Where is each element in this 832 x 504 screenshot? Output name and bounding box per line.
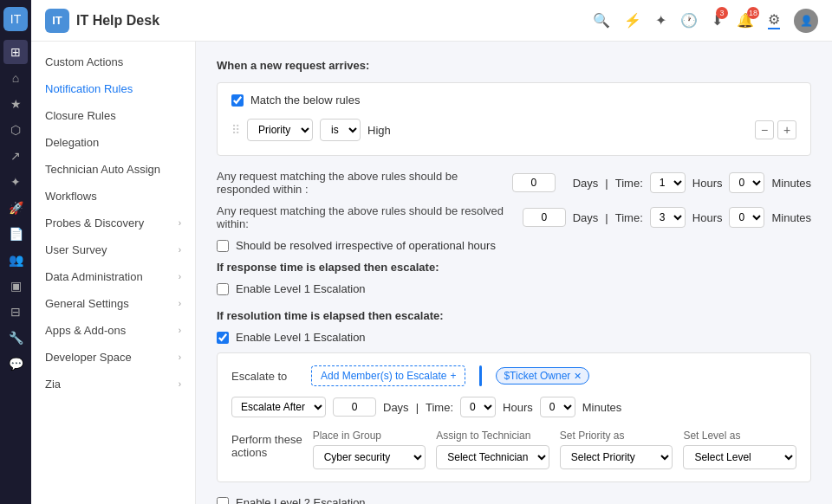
response-escalate-section: If response time is elapsed then escalat… xyxy=(217,261,811,295)
plus-icon: + xyxy=(450,370,456,382)
sidebar-item-probes-discovery[interactable]: Probes & Discovery › xyxy=(31,210,195,236)
remove-rule-button[interactable]: − xyxy=(755,120,774,139)
enable-level1-response-label: Enable Level 1 Escalation xyxy=(236,282,366,295)
resolve-label: Any request matching the above rules sho… xyxy=(217,204,516,230)
sidebar-item-apps-addons[interactable]: Apps & Add-ons › xyxy=(31,317,195,344)
minutes-label1: Minutes xyxy=(771,177,811,190)
resolve-days-input[interactable] xyxy=(523,208,566,227)
settings-button[interactable]: ⚙ xyxy=(768,11,780,29)
escalate-after-days-input[interactable] xyxy=(333,397,376,417)
nav-icon-tag[interactable]: ⬡ xyxy=(3,118,28,142)
resolve-time-row: Any request matching the above rules sho… xyxy=(217,204,811,230)
level-checkboxes: Enable Level 2 Escalation Enable Level 3… xyxy=(217,496,811,504)
download-button[interactable]: ⬇ 3 xyxy=(712,12,723,29)
download-badge: 3 xyxy=(716,7,728,19)
enable-level1-response-checkbox[interactable] xyxy=(217,283,229,295)
operational-checkbox[interactable] xyxy=(217,240,229,252)
nav-icon-box[interactable]: ▣ xyxy=(3,274,28,298)
nav-icon-route[interactable]: ↗ xyxy=(3,144,28,168)
rule-value-high: High xyxy=(367,124,391,137)
hours-label1: Hours xyxy=(692,177,723,190)
days-label2: Days xyxy=(573,211,599,224)
history-button[interactable]: 🕐 xyxy=(680,12,698,29)
respond-minutes-select[interactable]: 0 xyxy=(729,172,764,193)
respond-days-input[interactable] xyxy=(512,173,556,192)
escalate-details-box: Escalate to Add Member(s) to Escalate + … xyxy=(217,352,811,482)
nav-icon-rocket[interactable]: 🚀 xyxy=(3,196,28,220)
sidebar-item-developer-space[interactable]: Developer Space › xyxy=(31,344,195,371)
header-logo: IT xyxy=(45,9,69,33)
sidebar-item-user-survey[interactable]: User Survey › xyxy=(31,236,195,263)
set-priority-select[interactable]: Select Priority xyxy=(560,445,673,469)
escalate-minutes-select[interactable]: 0 xyxy=(540,397,575,417)
resolve-minutes-select[interactable]: 0 xyxy=(729,207,764,228)
nav-icon-star[interactable]: ★ xyxy=(3,92,28,116)
assign-technician-col: Assign to Technician Select Technician xyxy=(436,430,549,469)
app-logo[interactable]: IT xyxy=(3,7,28,31)
priority-rule-row: ⠿ Priority is High − + xyxy=(231,115,796,145)
chevron-right-icon: › xyxy=(179,218,181,228)
search-button[interactable]: 🔍 xyxy=(593,12,610,29)
add-rule-button[interactable]: + xyxy=(777,120,796,139)
is-operator-select[interactable]: is xyxy=(320,119,361,141)
user-avatar[interactable]: 👤 xyxy=(794,9,818,33)
hours-label2: Hours xyxy=(692,211,723,224)
add-member-button[interactable]: Add Member(s) to Escalate + xyxy=(311,365,465,386)
nav-icon-docs[interactable]: 📄 xyxy=(3,222,28,246)
set-priority-col: Set Priority as Select Priority xyxy=(560,430,673,469)
nav-icon-puzzle[interactable]: ✦ xyxy=(3,170,28,194)
chevron-right-icon: › xyxy=(179,379,181,389)
enable-level1-response-row: Enable Level 1 Escalation xyxy=(217,282,811,295)
set-level-col: Set Level as Select Level xyxy=(683,430,796,469)
chevron-right-icon: › xyxy=(179,352,181,362)
nav-icon-grid2[interactable]: ⊟ xyxy=(3,300,28,324)
header-title: IT IT Help Desk xyxy=(45,9,159,33)
sidebar-item-delegation[interactable]: Delegation xyxy=(31,129,195,156)
sidebar-item-general-settings[interactable]: General Settings › xyxy=(31,290,195,317)
divider-bar2: | xyxy=(605,211,608,224)
nav-icon-home[interactable]: ⌂ xyxy=(3,66,28,90)
time-label1: Time: xyxy=(615,177,643,190)
set-level-select[interactable]: Select Level xyxy=(683,445,796,469)
priority-field-select[interactable]: Priority xyxy=(247,119,313,141)
sidebar-item-data-admin[interactable]: Data Administration › xyxy=(31,263,195,290)
enable-level1-resolution-checkbox[interactable] xyxy=(217,332,229,344)
sidebar-item-custom-actions[interactable]: Custom Actions xyxy=(31,48,195,75)
sidebar-item-zia[interactable]: Zia › xyxy=(31,371,195,397)
days-label1: Days xyxy=(573,177,599,190)
match-below-checkbox[interactable] xyxy=(231,94,244,107)
rules-box: Match the below rules ⠿ Priority is High… xyxy=(217,82,811,156)
rule-action-buttons: − + xyxy=(755,120,796,139)
enable-level2-checkbox[interactable] xyxy=(217,497,229,505)
place-in-group-select[interactable]: Cyber security xyxy=(313,445,426,469)
bolt-button[interactable]: ⚡ xyxy=(624,12,641,29)
star-button[interactable]: ✦ xyxy=(655,12,666,29)
escalate-after-row: Escalate After Days | Time: 0 Hours 0 xyxy=(231,397,796,417)
respond-label: Any request matching the above rules sho… xyxy=(217,170,505,196)
app-header: IT IT Help Desk 🔍 ⚡ ✦ 🕐 ⬇ 3 🔔 18 ⚙ 👤 xyxy=(31,0,832,42)
resolve-hours-select[interactable]: 3 xyxy=(650,207,686,228)
sidebar-item-tech-auto-assign[interactable]: Technician Auto Assign xyxy=(31,156,195,183)
sidebar-item-workflows[interactable]: Workflows xyxy=(31,183,195,210)
respond-hours-select[interactable]: 1 xyxy=(650,172,686,193)
ticket-owner-tag: $Ticket Owner ✕ xyxy=(496,367,589,384)
escalate-after-select[interactable]: Escalate After xyxy=(231,397,326,417)
bell-button[interactable]: 🔔 18 xyxy=(737,12,754,29)
escalate-hours-select[interactable]: 0 xyxy=(460,397,496,417)
assign-technician-select[interactable]: Select Technician xyxy=(436,445,549,469)
divider-bar3: | xyxy=(416,401,419,414)
nav-icon-grid[interactable]: ⊞ xyxy=(3,40,28,64)
sidebar-item-notification-rules[interactable]: Notification Rules xyxy=(31,75,195,102)
sidebar-item-closure-rules[interactable]: Closure Rules xyxy=(31,102,195,129)
nav-icon-chat[interactable]: 💬 xyxy=(3,352,28,376)
chevron-right-icon: › xyxy=(179,326,181,335)
resolution-escalate-section: If resolution time is elapsed then escal… xyxy=(217,309,811,482)
nav-icon-people[interactable]: 👥 xyxy=(3,248,28,272)
chevron-right-icon: › xyxy=(179,299,181,308)
nav-icon-tool[interactable]: 🔧 xyxy=(3,326,28,350)
remove-tag-button[interactable]: ✕ xyxy=(574,371,582,382)
enable-level1-resolution-row: Enable Level 1 Escalation xyxy=(217,331,811,344)
match-below-row: Match the below rules xyxy=(231,94,796,107)
place-in-group-col: Place in Group Cyber security xyxy=(313,430,426,469)
enable-level1-resolution-label: Enable Level 1 Escalation xyxy=(236,331,366,344)
